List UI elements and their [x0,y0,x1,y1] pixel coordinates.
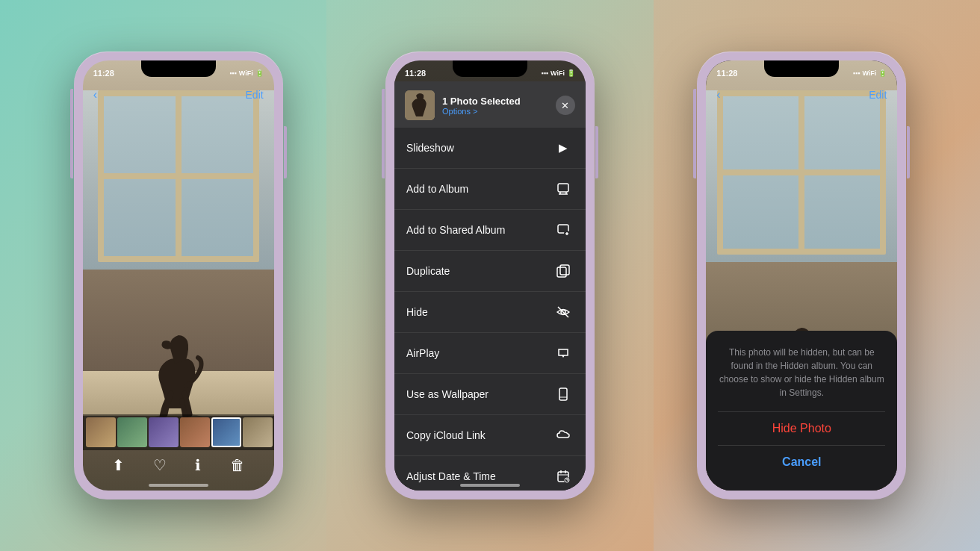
add-album-label: Add to Album [406,183,468,195]
signal-icon-mid: ▪▪▪ [541,69,548,77]
shared-album-icon [553,220,574,240]
thumb-1[interactable] [86,417,116,447]
phone-mid-screen: 11:28 ▪▪▪ WiFi 🔋 [394,60,586,491]
window-frame-right [717,90,886,255]
phone-left: 11:28 ▪▪▪ WiFi 🔋 ‹ Edit [74,52,283,499]
signal-icon-right: ▪▪▪ [853,69,860,77]
menu-item-icloud[interactable]: Copy iCloud Link [394,415,586,456]
menu-item-airplay[interactable]: AirPlay [394,333,586,374]
wallpaper-icon [553,384,574,405]
edit-button-right[interactable]: Edit [869,89,887,101]
thumb-2[interactable] [117,417,147,447]
menu-item-duplicate[interactable]: Duplicate [394,251,586,292]
hide-photo-button[interactable]: Hide Photo [718,411,885,445]
icloud-label: Copy iCloud Link [406,429,486,441]
edit-button-left[interactable]: Edit [246,89,264,101]
svg-line-8 [558,307,568,317]
signal-icon: ▪▪▪ [229,69,237,77]
notch-right [764,60,839,77]
battery-icon: 🔋 [255,69,264,77]
cancel-button[interactable]: Cancel [718,445,885,479]
svg-rect-5 [557,267,566,277]
phone-right: 11:28 ▪▪▪ WiFi 🔋 ‹ Edit This photo will … [697,52,906,499]
share-title: 1 Photo Selected [442,96,556,107]
nav-bar-left: ‹ Edit [83,81,274,108]
wifi-icon-right: WiFi [862,69,876,77]
share-close-button[interactable]: ✕ [556,96,575,115]
phone-right-screen: 11:28 ▪▪▪ WiFi 🔋 ‹ Edit This photo will … [706,60,897,491]
svg-rect-9 [559,388,567,400]
nav-bar-right: ‹ Edit [706,81,897,108]
thumb-4[interactable] [180,417,210,447]
hide-description-text: This photo will be hidden, but can be fo… [718,346,885,399]
back-button-right[interactable]: ‹ [716,88,720,102]
menu-item-hide[interactable]: Hide [394,292,586,333]
airplay-icon [553,343,574,364]
airplay-label: AirPlay [406,347,439,359]
share-title-area: 1 Photo Selected Options > [435,96,556,116]
adjust-date-label: Adjust Date & Time [406,470,496,482]
window-divider-h [104,173,253,179]
dog-statue-svg [141,319,216,423]
thumb-dog-svg [405,90,435,120]
time-left: 11:28 [93,69,114,78]
status-icons-left: ▪▪▪ WiFi 🔋 [229,69,264,77]
menu-item-shared-album[interactable]: Add to Shared Album [394,210,586,251]
time-right: 11:28 [716,69,737,78]
background: 11:28 ▪▪▪ WiFi 🔋 ‹ Edit [0,0,980,551]
duplicate-label: Duplicate [406,265,450,277]
phone-left-screen: 11:28 ▪▪▪ WiFi 🔋 ‹ Edit [83,60,274,491]
menu-item-add-album[interactable]: Add to Album [394,169,586,210]
status-icons-mid: ▪▪▪ WiFi 🔋 [541,69,575,77]
battery-icon-mid: 🔋 [567,69,575,77]
slideshow-icon: ▶ [553,137,574,158]
info-icon[interactable]: ℹ [195,456,201,474]
share-thumbnail [405,90,435,120]
share-sheet: 1 Photo Selected Options > ✕ Slideshow ▶… [394,81,586,491]
share-subtitle[interactable]: Options > [442,107,556,116]
notch-mid [453,60,527,77]
wifi-icon-mid: WiFi [551,69,565,77]
hide-icon [553,302,574,323]
heart-icon[interactable]: ♡ [153,456,167,474]
share-icon[interactable]: ⬆ [112,456,125,474]
hide-overlay: This photo will be hidden, but can be fo… [706,331,897,491]
adjust-date-icon [553,466,574,487]
window-frame [98,90,259,262]
phones-row: 11:28 ▪▪▪ WiFi 🔋 ‹ Edit [0,0,980,551]
menu-item-slideshow[interactable]: Slideshow ▶ [394,128,586,169]
home-indicator-mid [460,484,520,487]
phone-mid: 11:28 ▪▪▪ WiFi 🔋 [385,52,595,499]
back-button-left[interactable]: ‹ [93,88,97,102]
thumb-3[interactable] [149,417,179,447]
duplicate-icon [553,261,574,281]
svg-rect-2 [558,184,568,192]
wifi-icon: WiFi [239,69,253,77]
icloud-icon [553,425,574,446]
svg-rect-6 [560,265,569,275]
home-indicator-left [149,484,208,487]
thumb-6[interactable] [243,417,273,447]
share-menu-list: Slideshow ▶ Add to Album Add to Shared A… [394,128,586,491]
action-bar: ⬆ ♡ ℹ 🗑 [83,450,274,480]
trash-icon[interactable]: 🗑 [230,457,245,474]
shared-album-label: Add to Shared Album [406,224,505,236]
notch [141,60,216,77]
menu-item-wallpaper[interactable]: Use as Wallpaper [394,374,586,415]
wallpaper-label: Use as Wallpaper [406,388,489,400]
time-mid: 11:28 [405,69,426,78]
share-header: 1 Photo Selected Options > ✕ [394,81,586,128]
thumbnail-strip [83,414,274,450]
thumb-5[interactable] [211,417,241,447]
window-divider-h-right [723,169,880,175]
battery-icon-right: 🔋 [878,69,887,77]
slideshow-label: Slideshow [406,142,454,154]
status-icons-right: ▪▪▪ WiFi 🔋 [853,69,887,77]
hide-label: Hide [406,306,428,318]
add-album-icon [553,178,574,199]
